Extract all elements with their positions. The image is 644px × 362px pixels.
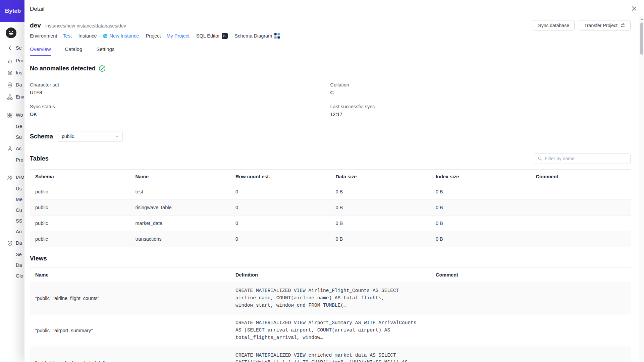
sidebar-item-9-pro[interactable]: Pro: [0, 155, 24, 165]
table-cell: [531, 231, 631, 247]
table-row[interactable]: publictest00 B0 B: [30, 184, 631, 200]
table-cell: 0: [230, 200, 330, 216]
view-row[interactable]: "public"."airline_flight_counts"CREATE M…: [30, 282, 631, 314]
dash: -: [99, 33, 101, 39]
project-link[interactable]: My Project: [166, 33, 190, 39]
info-value: C: [330, 90, 631, 95]
table-cell: 0: [230, 216, 330, 231]
table-cell: 0 B: [430, 231, 531, 247]
view-definition: CREATE MATERIALIZED VIEW enriched_market…: [230, 347, 430, 362]
schema-section: Schema public: [30, 131, 631, 142]
sql-editor-icon[interactable]: [222, 33, 228, 39]
sidebar-item-12-me[interactable]: Me: [0, 194, 24, 205]
table-row[interactable]: publictransactions00 B0 B: [30, 231, 631, 247]
sidebar-item-5-wo[interactable]: Wo: [0, 109, 24, 121]
sidebar-item-18-da[interactable]: Da: [0, 260, 24, 270]
filter-input[interactable]: [545, 156, 627, 161]
anomalies-banner: No anomalies detected: [30, 65, 631, 72]
sidebar-item-19-glo[interactable]: Glo: [0, 270, 24, 281]
sidebar-item-13-cu[interactable]: Cu: [0, 205, 24, 216]
chart-icon: [7, 58, 13, 64]
info-sync-status: Sync statusOK: [30, 104, 330, 117]
sidebar-item-7-su[interactable]: Su: [0, 132, 24, 142]
environment-label: Environment: [30, 33, 57, 39]
transfer-project-button[interactable]: Transfer Project: [579, 20, 631, 31]
view-comment: [430, 282, 631, 314]
brand-logo[interactable]: Byteb: [0, 0, 24, 22]
views-column-header: Definition: [230, 268, 430, 282]
sidebar-item-label: Ge: [16, 124, 22, 129]
sidebar-item-15-au[interactable]: Au: [0, 226, 24, 237]
instance-label: Instance: [78, 33, 97, 39]
table-cell: public: [30, 200, 130, 216]
info-value: OK: [30, 112, 330, 117]
info-label: Character set: [30, 82, 330, 87]
layers-icon: [7, 70, 13, 76]
scrollbar-thumb[interactable]: [640, 22, 643, 55]
scrollbar[interactable]: [639, 16, 644, 362]
view-row[interactable]: "public"."airport_summary"CREATE MATERIA…: [30, 314, 631, 347]
grid-icon: [7, 112, 13, 118]
tab-catalog[interactable]: Catalog: [65, 46, 83, 56]
info-label: Sync status: [30, 104, 330, 109]
info-character-set: Character setUTF8: [30, 82, 330, 95]
sidebar-item-14-ss[interactable]: SS: [0, 216, 24, 226]
sql-editor-link[interactable]: SQL Editor: [196, 33, 228, 39]
header-actions: Sync database Transfer Project: [533, 20, 631, 31]
tables-column-header: Index size: [430, 170, 531, 184]
sidebar-item-10-iam[interactable]: IAM: [0, 171, 24, 183]
transfer-project-label: Transfer Project: [584, 23, 618, 28]
tables-column-header: Row count est.: [230, 170, 330, 184]
sync-database-button[interactable]: Sync database: [533, 20, 575, 31]
database-meta: Environment - Test Instance - New Instan…: [30, 33, 631, 39]
schema-select-value: public: [62, 134, 74, 139]
view-row[interactable]: "public"."enriched_market_data"CREATE MA…: [30, 347, 631, 362]
sidebar-item-0-se[interactable]: Se: [0, 41, 24, 55]
tab-overview[interactable]: Overview: [30, 46, 51, 56]
sidebar-item-label: Wo: [16, 112, 23, 118]
sidebar-item-8-ac[interactable]: Ac: [0, 142, 24, 155]
environment-link[interactable]: Test: [63, 33, 72, 39]
bytebase-mascot-icon: [5, 27, 17, 39]
view-definition: CREATE MATERIALIZED VIEW Airport_Summary…: [230, 314, 430, 347]
sidebar-item-label: Ac: [16, 146, 21, 151]
sidebar-item-4-env[interactable]: Env: [0, 91, 24, 103]
sidebar-item-11-us[interactable]: Us: [0, 183, 24, 194]
table-row[interactable]: publicmarket_data00 B0 B: [30, 216, 631, 231]
sidebar-item-label: SS: [16, 218, 22, 224]
sidebar-item-3-da[interactable]: Da: [0, 79, 24, 91]
sidebar-item-16-da[interactable]: Da: [0, 237, 24, 249]
dash: -: [59, 33, 61, 39]
schema-diagram-link[interactable]: Schema Diagram: [234, 33, 280, 39]
sidebar-item-1-pro[interactable]: Pro: [0, 55, 24, 67]
sql-editor-label: SQL Editor: [196, 33, 220, 39]
views-column-header: Comment: [430, 268, 631, 282]
schema-select[interactable]: public: [58, 131, 123, 142]
sidebar-item-label: Ins: [16, 70, 22, 75]
sidebar-item-6-ge[interactable]: Ge: [0, 121, 24, 132]
tab-bar: OverviewCatalogSettings: [30, 46, 631, 56]
instance-link[interactable]: New Instance: [110, 33, 139, 39]
scroll-up-icon[interactable]: [639, 16, 644, 22]
table-row[interactable]: publicrisingwave_table00 B0 B: [30, 200, 631, 216]
tab-settings[interactable]: Settings: [96, 46, 114, 56]
view-name: "public"."airline_flight_counts": [30, 282, 230, 314]
info-collation: CollationC: [330, 82, 631, 95]
sitemap-icon: [7, 94, 13, 100]
tables-column-header: Data size: [330, 170, 431, 184]
views-table: NameDefinitionComment "public"."airline_…: [30, 267, 631, 362]
tables-section-header: Tables: [30, 153, 631, 164]
sidebar-item-2-ins[interactable]: Ins: [0, 67, 24, 79]
environment-group: Environment - Test: [30, 33, 72, 39]
workspace-avatar[interactable]: [5, 27, 17, 39]
project-group: Project - My Project: [146, 33, 189, 39]
tables-header-row: SchemaNameRow count est.Data sizeIndex s…: [30, 170, 631, 184]
sidebar-item-17-se[interactable]: Se: [0, 249, 24, 260]
schema-diagram-label: Schema Diagram: [234, 33, 272, 39]
schema-diagram-icon[interactable]: [274, 33, 280, 39]
view-comment: [430, 347, 631, 362]
views-column-header: Name: [30, 268, 230, 282]
table-cell: 0 B: [430, 184, 531, 200]
sidebar-item-label: Us: [16, 186, 22, 191]
brand-text: Byteb: [5, 8, 21, 14]
